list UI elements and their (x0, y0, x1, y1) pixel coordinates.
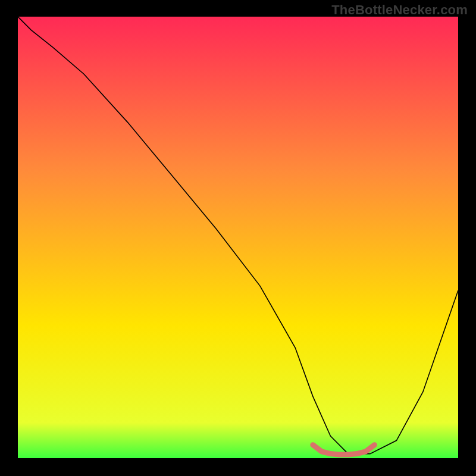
gradient-background (18, 17, 458, 458)
chart-frame: TheBottleNecker.com (0, 0, 476, 476)
watermark-text: TheBottleNecker.com (331, 2, 468, 18)
chart-svg (18, 17, 458, 458)
plot-area (18, 17, 458, 458)
